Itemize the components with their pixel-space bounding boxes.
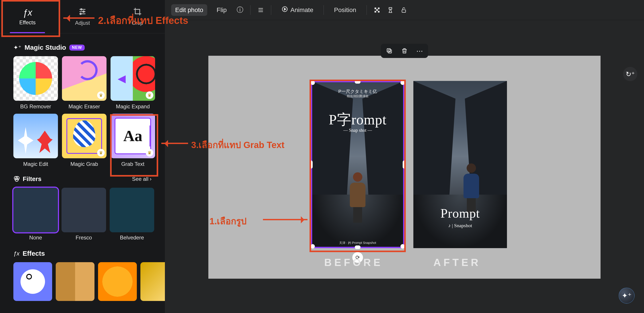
svg-point-1 [81, 9, 82, 10]
tile-magic-edit[interactable]: Magic Edit [13, 114, 58, 167]
flip-label: Flip [216, 7, 227, 14]
tile-bg-remover-label: BG Remover [20, 103, 51, 110]
see-all-label: See all [132, 176, 148, 182]
info-icon[interactable]: ⓘ [236, 6, 244, 14]
filter-fresco-label: Fresco [76, 234, 92, 241]
before-jp2: 相虫俏刮圍凍敢 [311, 94, 404, 98]
filter-belvedere-label: Belvedere [120, 234, 144, 241]
fx-icon: ƒx [13, 250, 20, 257]
annotation-arrow-step2 [63, 18, 94, 19]
tile-magic-eraser-label: Magic Eraser [68, 103, 100, 110]
annotation-arrow-step1 [263, 219, 308, 220]
effects-title: Effects [22, 250, 45, 257]
sliders-icon [78, 7, 87, 18]
after-subtitle: ♪ | Snapshot [413, 223, 507, 228]
crown-icon: ♛ [146, 91, 153, 99]
before-title: P字rompt [311, 110, 404, 129]
annotation-arrow-step3 [161, 143, 188, 144]
tile-bg-remover[interactable]: BG Remover [13, 56, 58, 110]
position-button[interactable]: Position [330, 4, 360, 16]
tile-magic-expand[interactable]: ◄♛ Magic Expand [110, 56, 155, 110]
tile-grab-text-label: Grab Text [121, 161, 144, 167]
ai-suggest-button[interactable]: ↻⁺ [623, 67, 637, 81]
fx-icon: ƒx [23, 8, 32, 18]
main-area: Edit photo Flip ⓘ Animate Position [165, 0, 644, 313]
after-caption: AFTER [434, 256, 481, 268]
delete-icon[interactable] [400, 46, 409, 55]
filter-none[interactable]: None [13, 188, 58, 241]
magic-studio-header: ✦⁺ Magic Studio NEW [13, 44, 152, 51]
svg-rect-17 [378, 11, 380, 13]
context-toolbar: Edit photo Flip ⓘ Animate Position [165, 0, 644, 20]
see-all-filters[interactable]: See all › [132, 176, 152, 182]
tab-adjust-label: Adjust [75, 20, 90, 26]
effect-duotone[interactable] [56, 262, 94, 301]
filters-icon [13, 175, 20, 183]
effect-autofocus[interactable] [140, 262, 165, 301]
position-label: Position [334, 7, 356, 14]
animate-button[interactable]: Animate [278, 4, 317, 16]
after-title: Prompt [413, 206, 507, 221]
annotation-step3: 3.เลือกที่แทป Grab Text [191, 138, 284, 152]
flip-button[interactable]: Flip [212, 4, 231, 16]
effects-header: ƒx Effects [13, 250, 152, 257]
effect-blur[interactable] [98, 262, 137, 301]
tile-magic-eraser[interactable]: ♛ Magic Eraser [62, 56, 106, 110]
crown-icon: ♛ [146, 149, 153, 157]
annotation-step1: 1.เลือกรูป [210, 214, 246, 228]
tab-effects[interactable]: ƒx Effects [0, 0, 55, 33]
crown-icon: ♛ [97, 149, 105, 157]
magic-fab-button[interactable]: ✦⁺ [618, 287, 635, 304]
svg-rect-13 [374, 7, 376, 9]
effect-shadow[interactable] [13, 262, 52, 301]
annotation-step2: 2.เลือกที่แทป Effects [98, 13, 188, 28]
before-credits: 天津 · 妁 Prompt Snapshot [311, 241, 404, 245]
filter-none-label: None [29, 234, 42, 241]
filters-title: Filters [23, 175, 42, 183]
filters-row: None Fresco Belvedere [13, 188, 152, 241]
svg-rect-15 [376, 9, 378, 11]
canvas-wrap: ⋯ P一尺クタミキミ亿 相虫俏刮圍凍敢 P字rompt — Snap shot … [165, 20, 644, 313]
transparency-icon[interactable] [373, 6, 381, 14]
new-badge: NEW [69, 45, 85, 51]
before-caption: BEFORE [324, 256, 383, 268]
svg-point-3 [83, 11, 84, 13]
tile-magic-expand-label: Magic Expand [116, 103, 150, 110]
before-image[interactable]: P一尺クタミキミ亿 相虫俏刮圍凍敢 P字rompt — Snap shot — … [311, 81, 404, 248]
chevron-right-icon: › [150, 176, 152, 182]
animate-icon [282, 6, 288, 14]
floating-toolbar: ⋯ [381, 44, 428, 58]
after-image[interactable]: Prompt ♪ | Snapshot [413, 81, 507, 248]
effects-row [13, 262, 152, 301]
filters-header: Filters See all › [13, 175, 152, 183]
list-icon[interactable] [257, 6, 265, 14]
tile-magic-grab[interactable]: ♛ Magic Grab [62, 114, 106, 167]
before-subtitle: — Snap shot — [311, 128, 404, 133]
grab-text-glyph: Aa [114, 118, 151, 154]
crown-icon: ♛ [97, 91, 105, 99]
svg-rect-16 [374, 11, 376, 13]
duplicate-icon[interactable] [385, 46, 394, 55]
tile-magic-edit-label: Magic Edit [23, 161, 48, 167]
svg-rect-14 [378, 7, 380, 9]
tile-grab-text[interactable]: Aa♛ Grab Text [110, 114, 155, 167]
tile-magic-grab-label: Magic Grab [70, 161, 98, 167]
before-jp1: P一尺クタミキミ亿 [311, 89, 404, 95]
animate-label: Animate [290, 7, 313, 14]
filter-belvedere[interactable]: Belvedere [110, 188, 154, 241]
lock-icon[interactable] [400, 6, 408, 14]
magic-studio-title: Magic Studio [24, 44, 66, 51]
tab-effects-label: Effects [20, 20, 36, 26]
more-icon[interactable]: ⋯ [415, 46, 424, 55]
svg-point-5 [80, 13, 81, 15]
copy-style-icon[interactable] [386, 6, 394, 14]
design-page[interactable]: ⋯ P一尺クタミキミ亿 相虫俏刮圍凍敢 P字rompt — Snap shot … [208, 56, 600, 279]
sparkle-icon: ✦⁺ [13, 44, 22, 51]
filter-fresco[interactable]: Fresco [62, 188, 106, 241]
svg-rect-18 [402, 10, 405, 12]
magic-studio-grid: BG Remover ♛ Magic Eraser ◄♛ Magic Expan… [13, 56, 152, 167]
effects-sidebar: ƒx Effects Adjust Crop ✦⁺ Magic Studio [0, 0, 165, 313]
